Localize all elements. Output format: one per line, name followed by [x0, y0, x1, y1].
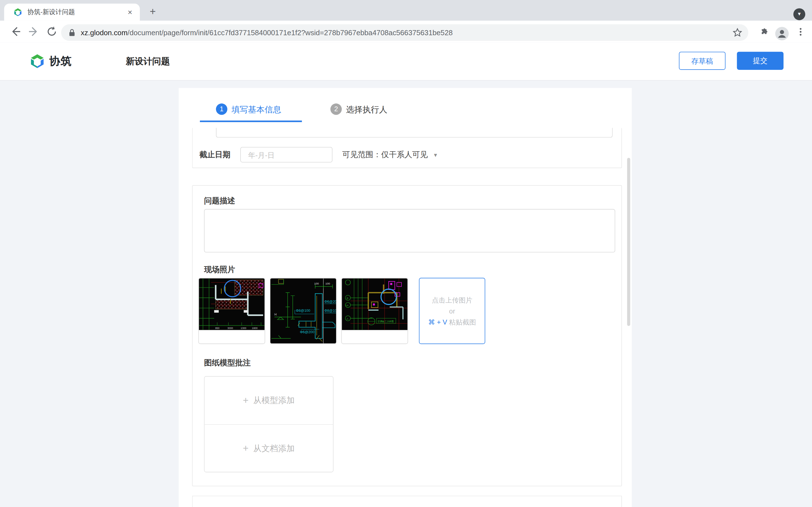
rebar-text: Φ8@100 — [296, 309, 310, 313]
photo-thumbnail-1[interactable]: 950 3000 1300 1800 — [198, 278, 265, 344]
form-panel: 1 填写基本信息 2 选择执行人 截止日期 可见范围： 仅干系人可见 ▼ 问题描… — [179, 88, 632, 507]
caret-down-icon: ▼ — [433, 152, 438, 158]
visibility-dropdown[interactable]: 可见范围： 仅干系人可见 ▼ — [342, 150, 438, 160]
upload-line1: 点击上传图片 — [432, 295, 472, 305]
page-title: 新设计问题 — [126, 43, 170, 80]
visibility-value: 仅干系人可见 — [381, 150, 428, 160]
plus-icon: + — [243, 443, 248, 454]
browser-tab-strip: 协筑-新设计问题 × + ▼ — [0, 0, 812, 20]
upload-photo-button[interactable]: 点击上传图片 or ⌘ + V 粘贴截图 — [419, 278, 485, 344]
url-text: xz.glodon.com/document/page/form/init/61… — [81, 29, 733, 37]
description-label: 问题描述 — [204, 196, 235, 206]
brand-name: 协筑 — [49, 54, 72, 68]
media-controls-button[interactable]: ▼ — [794, 8, 805, 20]
submit-button[interactable]: 提交 — [737, 52, 783, 70]
back-button[interactable] — [9, 25, 22, 38]
upload-line2: or — [449, 305, 455, 317]
tab-step-2[interactable]: 选择执行人 — [346, 105, 388, 115]
content-scrollbar[interactable] — [627, 158, 630, 326]
brand: 协筑 — [30, 53, 72, 69]
browser-tab[interactable]: 协筑-新设计问题 × — [4, 4, 140, 21]
detail-card: 问题描述 现场照片 — [192, 185, 622, 487]
lock-icon[interactable] — [68, 29, 75, 37]
truncated-text-input[interactable] — [216, 128, 613, 138]
cad-section-detail-image: 100 100 H Φ6@200 Φ8@100 Φ8@100 Φ6@200 — [270, 278, 336, 343]
axis-text: B — [347, 297, 348, 300]
level-text: H — [274, 313, 276, 316]
dim-text: 950 — [215, 327, 219, 330]
brand-logo-icon — [30, 53, 45, 69]
upload-line3: ⌘ + V 粘贴截图 — [428, 316, 476, 327]
cad-plan-fixtures-image: B 1/A A — [342, 278, 407, 330]
step-2-circle: 2 — [331, 103, 342, 115]
deadline-date-field[interactable] — [240, 147, 333, 163]
description-textarea[interactable] — [204, 209, 615, 252]
deadline-date-input[interactable] — [247, 151, 327, 160]
axis-text: A — [347, 318, 349, 320]
plus-icon: + — [243, 395, 248, 406]
add-from-model-label: 从模型添加 — [253, 395, 295, 406]
photos-label: 现场照片 — [204, 265, 235, 275]
tab-close-icon[interactable]: × — [125, 8, 135, 17]
add-from-document-label: 从文档添加 — [253, 443, 295, 454]
rebar-text: Φ8@100 — [324, 309, 336, 313]
rebar-text: Φ6@200 — [324, 300, 336, 304]
dim-text: 1800 — [252, 327, 257, 330]
deadline-label: 截止日期 — [199, 150, 231, 160]
photo-thumbnail-2[interactable]: 100 100 H Φ6@200 Φ8@100 Φ8@100 Φ6@200 — [270, 278, 337, 344]
browser-menu-icon[interactable] — [797, 27, 805, 36]
reload-button[interactable] — [45, 25, 59, 38]
annotation-add-box: + 从模型添加 + 从文档添加 — [204, 376, 334, 472]
note-text: 空调板三大样图 — [377, 320, 394, 323]
cad-plan-hatch-image: 950 3000 1300 1800 — [199, 278, 264, 330]
forward-button[interactable] — [27, 25, 41, 38]
site-header: 协筑 新设计问题 存草稿 提交 — [0, 43, 812, 80]
dim-text: 1300 — [241, 327, 246, 330]
add-from-document-button[interactable]: + 从文档添加 — [205, 425, 333, 472]
person-icon — [775, 27, 789, 41]
paste-shortcut: ⌘ + V — [428, 318, 447, 326]
dim-text: 100 — [325, 282, 330, 285]
dim-text: 100 — [314, 282, 319, 285]
upload-line3-text: 粘贴截图 — [449, 318, 476, 326]
visibility-label: 可见范围： — [342, 150, 381, 160]
save-draft-button[interactable]: 存草稿 — [679, 52, 725, 70]
new-tab-button[interactable]: + — [146, 5, 160, 19]
rebar-text: Φ6@200 — [300, 330, 314, 334]
add-from-model-button[interactable]: + 从模型添加 — [205, 377, 333, 425]
tab-step-1[interactable]: 填写基本信息 — [232, 105, 281, 115]
address-bar[interactable]: xz.glodon.com/document/page/form/init/61… — [61, 24, 748, 41]
dim-text: 3000 — [227, 327, 233, 330]
annotation-label: 图纸模型批注 — [204, 358, 251, 368]
next-section-card — [192, 496, 622, 507]
photo-thumbnail-3[interactable]: B 1/A A — [341, 278, 408, 344]
url-path: /document/page/form/init/61cc7fd37715840… — [128, 29, 453, 37]
active-step-underline — [200, 121, 302, 122]
bookmark-star-button[interactable] — [733, 28, 742, 37]
site-favicon-logo-icon — [13, 8, 22, 17]
extensions-icon[interactable] — [759, 27, 768, 36]
step-1-circle: 1 — [216, 103, 227, 115]
screen: 协筑-新设计问题 × + ▼ xz.glodon.com/document/pa… — [0, 0, 812, 507]
tab-title: 协筑-新设计问题 — [28, 8, 125, 17]
basic-info-card: 截止日期 可见范围： 仅干系人可见 ▼ — [192, 128, 622, 168]
axis-text: 1/A — [345, 304, 349, 307]
profile-avatar[interactable] — [775, 27, 789, 41]
url-domain: xz.glodon.com — [81, 29, 128, 37]
